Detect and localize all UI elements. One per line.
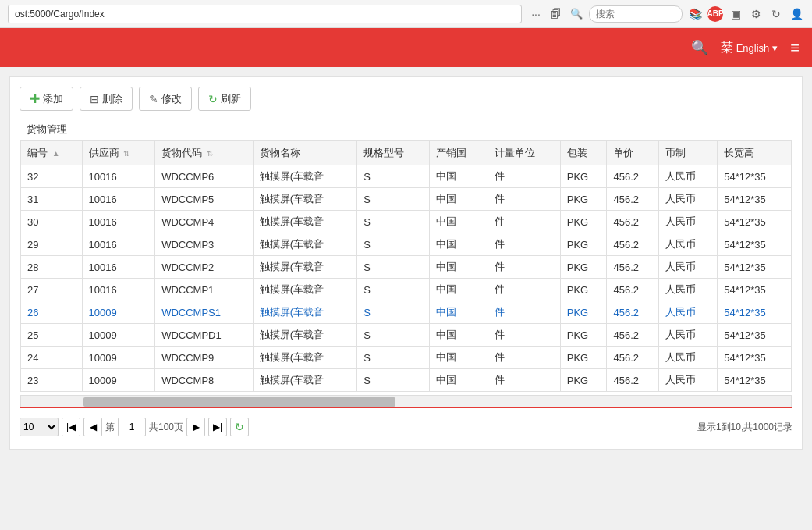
- table-cell: 54*12*35: [718, 279, 792, 301]
- pagination-refresh-button[interactable]: ↻: [230, 418, 249, 436]
- settings-icon[interactable]: ⚙: [748, 6, 764, 22]
- table-cell: S: [357, 233, 430, 256]
- col-header-currency[interactable]: 币制: [659, 141, 718, 165]
- col-header-spec[interactable]: 规格型号: [357, 141, 430, 165]
- col-header-dims[interactable]: 长宽高: [718, 141, 792, 165]
- edit-button[interactable]: ✎ 修改: [139, 87, 192, 111]
- main-content: ✚ 添加 ⊟ 删除 ✎ 修改 ↻ 刷新 货物管理 编号 ▲ 供应商 ⇅: [9, 76, 803, 450]
- col-header-supplier[interactable]: 供应商 ⇅: [82, 141, 155, 165]
- table-cell: 456.2: [607, 324, 659, 347]
- table-row[interactable]: 3210016WDCCMP6触摸屏(车载音S中国件PKG456.2人民币54*1…: [21, 165, 792, 188]
- header-search-icon[interactable]: 🔍: [691, 39, 708, 56]
- table-row[interactable]: 3110016WDCCMP5触摸屏(车载音S中国件PKG456.2人民币54*1…: [21, 188, 792, 211]
- table-cell: S: [357, 279, 430, 301]
- next-page-button[interactable]: ▶: [186, 418, 205, 436]
- section-title: 货物管理: [27, 123, 67, 135]
- table-row[interactable]: 2810016WDCCMP2触摸屏(车载音S中国件PKG456.2人民币54*1…: [21, 256, 792, 279]
- table-cell: 10016: [82, 233, 155, 256]
- table-cell: 54*12*35: [718, 324, 792, 347]
- search-browser-icon[interactable]: 🔍: [569, 6, 584, 22]
- col-header-price[interactable]: 单价: [607, 141, 659, 165]
- table-cell: 10009: [82, 347, 155, 369]
- table-row[interactable]: 2410009WDCCMP9触摸屏(车载音S中国件PKG456.2人民币54*1…: [21, 347, 792, 369]
- table-cell: 26: [21, 301, 83, 324]
- table-cell: 人民币: [659, 233, 718, 256]
- adblock-icon[interactable]: ABP: [707, 6, 723, 22]
- page-prefix: 第: [105, 421, 115, 434]
- table-cell: WDCCMPS1: [155, 301, 254, 324]
- refresh-button[interactable]: ↻ 刷新: [198, 87, 251, 111]
- table-cell: 触摸屏(车载音: [253, 256, 356, 279]
- prev-page-button[interactable]: ◀: [83, 418, 102, 436]
- browser-icons: ··· 🗐 🔍 📚 ABP ▣ ⚙ ↻ 👤: [528, 5, 804, 23]
- table-cell: S: [357, 165, 430, 188]
- table-cell: 中国: [429, 369, 488, 392]
- table-cell: 54*12*35: [718, 301, 792, 324]
- total-pages-label: 共100页: [149, 421, 183, 434]
- table-cell: 30: [21, 211, 83, 233]
- delete-label: 删除: [102, 92, 122, 106]
- col-header-country[interactable]: 产销国: [429, 141, 488, 165]
- ellipsis-icon[interactable]: ···: [528, 6, 544, 22]
- table-cell: PKG: [560, 188, 607, 211]
- table-cell: 触摸屏(车载音: [253, 211, 356, 233]
- address-bar[interactable]: ost:5000/Cargo/Index: [8, 5, 522, 23]
- language-selector[interactable]: 棻 English ▾: [721, 40, 778, 56]
- page-number-input[interactable]: [118, 418, 146, 436]
- table-cell: 456.2: [607, 279, 659, 301]
- table-cell: 10016: [82, 211, 155, 233]
- table-cell: 456.2: [607, 233, 659, 256]
- table-cell: PKG: [560, 279, 607, 301]
- table-cell: 24: [21, 347, 83, 369]
- col-header-name[interactable]: 货物名称: [253, 141, 356, 165]
- table-row[interactable]: 3010016WDCCMP4触摸屏(车载音S中国件PKG456.2人民币54*1…: [21, 211, 792, 233]
- table-cell: S: [357, 211, 430, 233]
- delete-button[interactable]: ⊟ 删除: [80, 87, 133, 111]
- col-header-id[interactable]: 编号 ▲: [21, 141, 83, 165]
- hamburger-menu-icon[interactable]: ≡: [790, 39, 800, 57]
- bookmarks-icon[interactable]: 📚: [687, 6, 703, 22]
- table-cell: 54*12*35: [718, 256, 792, 279]
- table-cell: 触摸屏(车载音: [253, 165, 356, 188]
- table-cell: WDCCMP1: [155, 279, 254, 301]
- table-cell: 触摸屏(车载音: [253, 188, 356, 211]
- first-page-button[interactable]: |◀: [62, 418, 80, 436]
- col-header-code[interactable]: 货物代码 ⇅: [155, 141, 254, 165]
- last-page-button[interactable]: ▶|: [208, 418, 227, 436]
- profile-icon[interactable]: 👤: [789, 6, 804, 22]
- status-text: 显示1到10,共1000记录: [697, 422, 792, 432]
- table-row[interactable]: 2610009WDCCMPS1触摸屏(车载音S中国件PKG456.2人民币54*…: [21, 301, 792, 324]
- table-row[interactable]: 2710016WDCCMP1触摸屏(车载音S中国件PKG456.2人民币54*1…: [21, 279, 792, 301]
- add-button[interactable]: ✚ 添加: [20, 87, 73, 111]
- pocket-icon[interactable]: 🗐: [548, 6, 564, 22]
- toolbar: ✚ 添加 ⊟ 删除 ✎ 修改 ↻ 刷新: [20, 87, 792, 111]
- table-row[interactable]: 2910016WDCCMP3触摸屏(车载音S中国件PKG456.2人民币54*1…: [21, 233, 792, 256]
- table-cell: 54*12*35: [718, 369, 792, 392]
- col-header-unit[interactable]: 计量单位: [488, 141, 561, 165]
- table-cell: PKG: [560, 165, 607, 188]
- table-cell: 人民币: [659, 369, 718, 392]
- reader-icon[interactable]: ▣: [728, 6, 743, 22]
- horizontal-scrollbar[interactable]: [20, 395, 792, 407]
- table-cell: 件: [488, 279, 561, 301]
- table-cell: WDCCMPD1: [155, 324, 254, 347]
- scrollbar-thumb[interactable]: [83, 397, 395, 407]
- page-size-select[interactable]: 10 20 50: [20, 418, 59, 436]
- table-cell: 54*12*35: [718, 188, 792, 211]
- table-row[interactable]: 2310009WDCCMP8触摸屏(车载音S中国件PKG456.2人民币54*1…: [21, 369, 792, 392]
- browser-search-input[interactable]: [589, 5, 683, 23]
- refresh-label: 刷新: [221, 92, 241, 106]
- plus-icon: ✚: [30, 91, 40, 106]
- table-cell: WDCCMP8: [155, 369, 254, 392]
- sync-icon[interactable]: ↻: [768, 6, 784, 22]
- table-cell: WDCCMP2: [155, 256, 254, 279]
- table-cell: 456.2: [607, 165, 659, 188]
- lang-dropdown-arrow: ▾: [772, 42, 778, 54]
- col-header-pkg[interactable]: 包装: [560, 141, 607, 165]
- table-cell: 件: [488, 165, 561, 188]
- table-cell: S: [357, 301, 430, 324]
- table-row[interactable]: 2510009WDCCMPD1触摸屏(车载音S中国件PKG456.2人民币54*…: [21, 324, 792, 347]
- delete-icon: ⊟: [90, 93, 99, 105]
- table-cell: S: [357, 256, 430, 279]
- table-cell: 中国: [429, 165, 488, 188]
